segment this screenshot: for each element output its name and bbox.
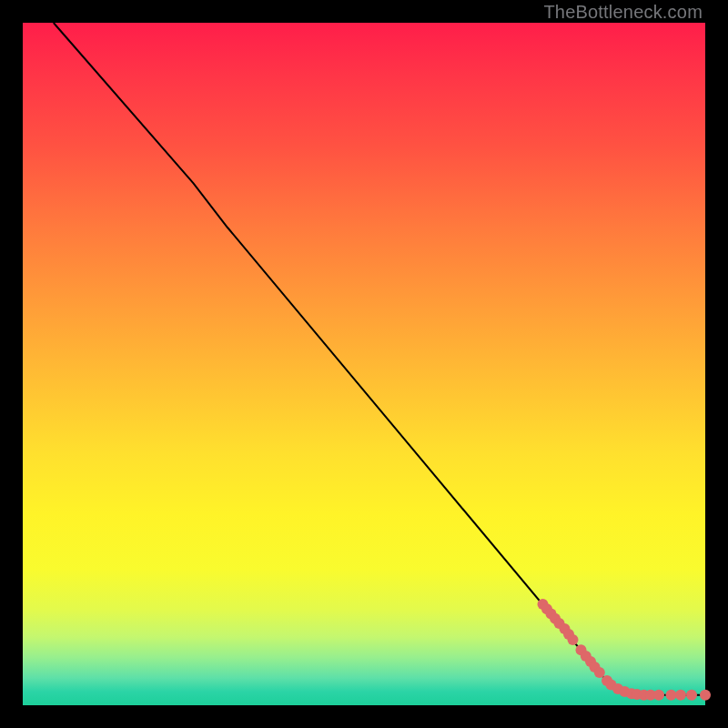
chart-frame: TheBottleneck.com [0, 0, 728, 728]
chart-overlay-svg [23, 23, 705, 705]
attribution-label: TheBottleneck.com [543, 2, 703, 23]
chart-curve [54, 23, 705, 695]
scatter-dot [653, 690, 664, 701]
scatter-dot [686, 690, 697, 701]
scatter-dot [594, 667, 605, 678]
scatter-dot [568, 634, 579, 645]
scatter-dot [675, 690, 686, 701]
scatter-dot [700, 690, 711, 701]
chart-scatter-dots [538, 599, 712, 701]
scatter-dot [666, 690, 677, 701]
